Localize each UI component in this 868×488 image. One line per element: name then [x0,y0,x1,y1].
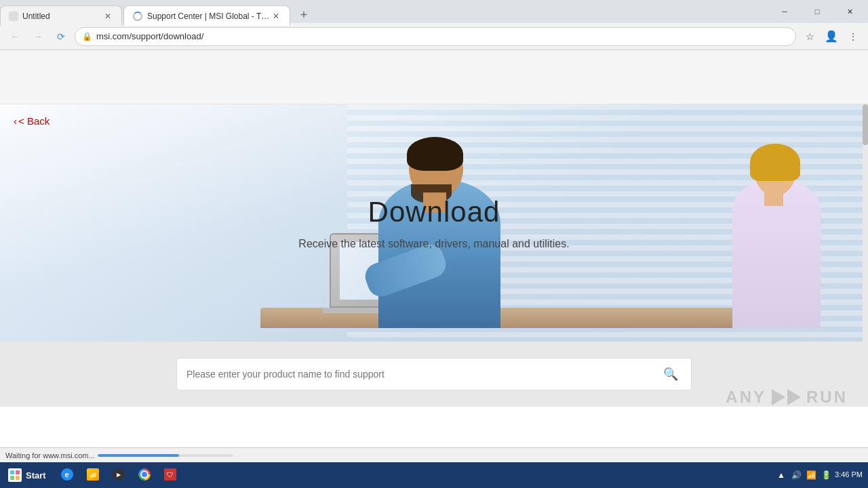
tab-msi-support[interactable]: Support Center | MSI Global - The L... ✕ [123,5,290,26]
time-text: 3:46 PM [835,470,863,480]
taskbar-item-media[interactable]: ▶ [106,462,132,488]
time-display[interactable]: 3:46 PM [835,470,863,480]
lock-icon: 🔒 [82,32,92,41]
search-box: 🔍 [176,358,692,390]
tab-title-2: Support Center | MSI Global - The L... [147,12,271,21]
status-progress-bar [98,454,233,457]
systray-battery[interactable]: 🔋 [820,469,832,481]
chevron-left-icon: ‹ [14,115,17,127]
url-text: msi.com/support/download/ [96,31,789,41]
account-button[interactable]: 👤 [822,27,841,46]
browser-toolbar: ← → ⟳ 🔒 msi.com/support/download/ ☆ 👤 ⋮ [0,23,868,50]
bookmark-button[interactable]: ☆ [800,27,819,46]
back-button[interactable]: ← [5,27,24,46]
search-button[interactable]: 🔍 [660,363,682,385]
title-bar: Untitled ✕ Support Center | MSI Global -… [0,0,868,23]
forward-button[interactable]: → [28,27,47,46]
taskbar-systray: ▲ 🔊 📶 🔋 3:46 PM [775,469,868,481]
status-progress-fill [98,454,179,457]
toolbar-actions: ☆ 👤 ⋮ [800,27,863,46]
status-bar: Waiting for www.msi.com... [0,447,868,462]
tab-close-1[interactable]: ✕ [102,11,113,22]
hero-subtitle: Receive the latest software, drivers, ma… [298,238,569,250]
explorer-icon: 📁 [87,468,99,481]
ie-icon: e [61,468,73,481]
start-label: Start [26,470,46,481]
anyrun-play-icon [772,389,801,405]
anyrun-text2: RUN [806,388,848,407]
shield-icon: 🛡 [164,468,176,481]
page-scrollbar[interactable] [863,104,868,342]
new-tab-icon: + [300,8,308,22]
anyrun-text: ANY [726,388,766,407]
taskbar-item-explorer[interactable]: 📁 [80,462,106,488]
scrollbar-thumb[interactable] [863,104,868,145]
browser-window: Untitled ✕ Support Center | MSI Global -… [0,0,868,488]
back-label: < Back [18,115,50,127]
systray-network[interactable]: 📶 [805,469,817,481]
chrome-icon [138,468,151,481]
taskbar-item-ie[interactable]: e [54,462,80,488]
status-text: Waiting for www.msi.com... [5,451,95,460]
search-icon: 🔍 [663,367,678,382]
taskbar-left: Start e 📁 ▶ [0,462,183,488]
tab-title-1: Untitled [22,12,102,21]
reload-button[interactable]: ⟳ [52,27,71,46]
status-left: Waiting for www.msi.com... [5,451,233,460]
search-input[interactable] [186,369,660,380]
systray-arrow[interactable]: ▲ [775,469,787,481]
systray-volume[interactable]: 🔊 [790,469,802,481]
windows-icon [8,468,22,482]
tab-favicon-2 [132,11,143,22]
taskbar-items: e 📁 ▶ 🛡 [54,462,183,488]
loading-spinner [133,12,142,21]
window-controls: ─ □ ✕ [769,0,868,23]
hero-section: ‹ < Back Download Receive the latest sof… [0,104,868,342]
anyrun-watermark: ANY RUN [726,388,848,407]
tab-favicon-1 [9,12,18,21]
taskbar-item-shield[interactable]: 🛡 [157,462,183,488]
media-icon: ▶ [113,468,125,481]
maximize-button[interactable]: □ [802,1,833,22]
tab-untitled[interactable]: Untitled ✕ [0,5,122,26]
menu-button[interactable]: ⋮ [844,27,863,46]
start-button[interactable]: Start [0,462,54,488]
tabs-area: Untitled ✕ Support Center | MSI Global -… [0,0,769,23]
taskbar: Start e 📁 ▶ [0,462,868,488]
minimize-button[interactable]: ─ [769,1,800,22]
page-top-nav [0,50,868,104]
back-link[interactable]: ‹ < Back [14,115,50,127]
hero-text-container: Download Receive the latest software, dr… [298,196,569,250]
tab-close-2[interactable]: ✕ [271,11,281,22]
hero-title: Download [298,196,569,228]
person-woman [726,138,827,328]
taskbar-item-chrome[interactable] [132,462,157,488]
page-content: ‹ < Back Download Receive the latest sof… [0,50,868,447]
close-button[interactable]: ✕ [834,1,865,22]
new-tab-button[interactable]: + [294,5,313,24]
address-bar[interactable]: 🔒 msi.com/support/download/ [75,27,796,46]
